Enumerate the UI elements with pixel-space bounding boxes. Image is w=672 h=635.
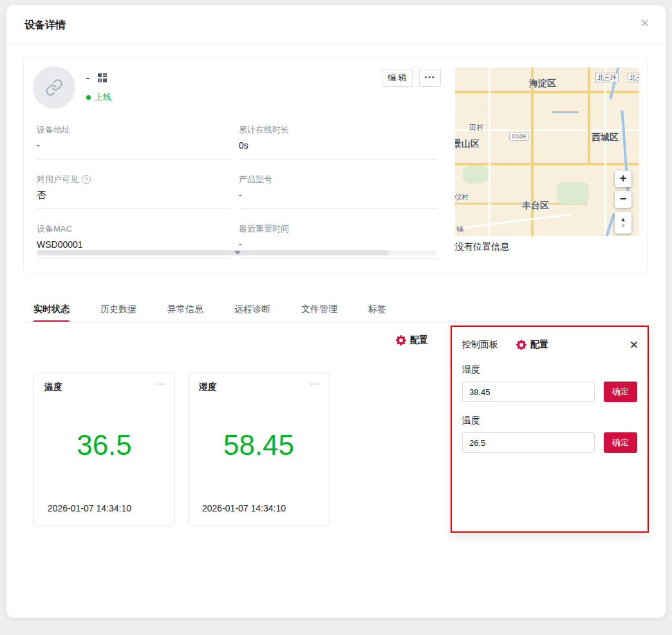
field-value: -	[37, 140, 230, 160]
collapse-arrow-icon[interactable]	[234, 251, 241, 255]
control-item-row: 确定	[462, 432, 637, 453]
tab-file-management[interactable]: 文件管理	[301, 296, 337, 322]
field-label: 累计在线时长	[239, 124, 437, 136]
field-value: 否	[37, 190, 230, 209]
status-label: 上线	[95, 91, 111, 103]
map-label-haidian: 海淀区	[529, 78, 556, 89]
more-actions-button[interactable]: ···	[419, 69, 441, 87]
field-online-duration: 累计在线时长 0s	[239, 124, 437, 160]
help-icon[interactable]: ?	[82, 175, 91, 184]
zoom-out-button[interactable]: −	[615, 191, 631, 208]
configure-button[interactable]: 配置	[396, 335, 428, 346]
no-location-text: 没有位置信息	[455, 241, 509, 253]
edit-button[interactable]: 编 辑	[382, 69, 413, 87]
field-value: WSD00001	[37, 239, 230, 259]
field-user-visible: 对用户可见 ? 否	[37, 174, 230, 209]
map-park	[463, 165, 489, 183]
gear-icon	[396, 335, 406, 345]
card-more-icon[interactable]: ···	[156, 379, 167, 389]
modal-title: 设备详情	[24, 19, 66, 32]
tab-bar: 实时状态 历史数据 异常信息 远程诊断 文件管理 标签	[33, 296, 386, 322]
stat-timestamp: 2026-01-07 14:34:10	[202, 503, 286, 513]
map-road	[489, 68, 490, 236]
map-shield-beisanhuan: 北三环	[595, 73, 619, 82]
device-name: -	[86, 73, 89, 83]
avatar	[33, 66, 75, 109]
control-item-label-temperature: 温度	[462, 415, 637, 427]
control-item-row: 确定	[462, 382, 637, 402]
map-label-jingshan: 景山区	[455, 138, 480, 150]
control-panel-close-icon[interactable]: ✕	[630, 338, 639, 352]
device-fields: 设备地址 - 累计在线时长 0s 对用户可见 ? 否 产品型号 - 设备MAC …	[37, 124, 437, 259]
online-status: 上线	[86, 91, 111, 103]
field-label: 最近重置时间	[239, 223, 437, 235]
field-value: 0s	[239, 140, 437, 160]
control-panel-body: 湿度 确定 温度 确定	[462, 364, 637, 466]
control-panel-configure-button[interactable]: 配置	[516, 339, 548, 351]
control-panel-configure-label: 配置	[530, 339, 548, 351]
stat-title: 湿度	[199, 382, 217, 393]
stat-title: 温度	[44, 382, 62, 393]
control-panel-header: 控制面板 配置 ✕	[462, 335, 639, 355]
tab-bar-divider	[23, 322, 649, 322]
modal-header: 设备详情 ×	[6, 5, 666, 45]
map-label-zhangyicun: 张仪村	[455, 192, 469, 202]
field-device-address: 设备地址 -	[37, 124, 230, 160]
map-label-fengtai: 丰台区	[522, 200, 549, 212]
map-shield-beisanhuan-2: 北三环	[628, 73, 639, 82]
close-icon[interactable]: ×	[640, 16, 649, 30]
device-detail-modal: 设备详情 × - 上线 编 辑 ··· 设备地址 -	[6, 5, 666, 618]
device-qr-icon	[98, 73, 107, 82]
field-label-text: 对用户可见	[37, 174, 79, 185]
location-map[interactable]: 海淀区 西城区 丰台区 景山区 田村 张仪村 镇 G109 北三环 北三环 + …	[455, 68, 639, 236]
gear-icon	[516, 340, 527, 350]
map-label-zhen: 镇	[456, 225, 463, 234]
status-dot-icon	[86, 95, 91, 100]
humidity-confirm-button[interactable]: 确定	[604, 382, 637, 402]
field-label: 产品型号	[239, 174, 437, 185]
scrollbar-thumb[interactable]	[37, 250, 389, 255]
map-compass-control[interactable]: ▲ ▼	[615, 212, 631, 234]
tab-realtime-status[interactable]: 实时状态	[33, 296, 70, 322]
control-panel-title: 控制面板	[462, 339, 498, 351]
map-road	[455, 214, 570, 230]
configure-label: 配置	[410, 335, 428, 346]
zoom-in-button[interactable]: +	[615, 170, 631, 187]
map-label-xicheng: 西城区	[592, 132, 619, 143]
link-icon	[45, 78, 63, 97]
tab-remote-diagnosis[interactable]: 远程诊断	[234, 296, 270, 322]
compass-down-icon[interactable]: ▼	[621, 223, 626, 229]
field-label: 设备MAC	[37, 223, 230, 235]
stat-value: 58.45	[189, 429, 329, 461]
stat-card-temperature: 温度 ··· 36.5 2026-01-07 14:34:10	[33, 372, 175, 526]
tab-abnormal-info[interactable]: 异常信息	[167, 296, 203, 322]
temperature-confirm-button[interactable]: 确定	[604, 432, 637, 453]
tab-tags[interactable]: 标签	[368, 296, 386, 322]
map-label-tiancun: 田村	[469, 123, 483, 133]
control-item-label-humidity: 湿度	[462, 364, 637, 376]
map-water	[552, 111, 579, 113]
humidity-input[interactable]	[462, 382, 595, 402]
map-road-badge-g109: G109	[509, 132, 528, 141]
card-more-icon[interactable]: ···	[310, 379, 321, 389]
field-label: 设备地址	[37, 124, 230, 136]
stat-value: 36.5	[34, 429, 174, 461]
device-info-card: - 上线 编 辑 ··· 设备地址 - 累计在线时长 0s	[23, 57, 648, 274]
map-road	[588, 68, 590, 164]
stat-card-humidity: 湿度 ··· 58.45 2026-01-07 14:34:10	[188, 372, 330, 526]
map-park	[557, 182, 589, 204]
control-panel: 控制面板 配置 ✕ 湿度 确定 温度 确定	[451, 326, 649, 533]
field-value: -	[239, 190, 437, 209]
temperature-input[interactable]	[462, 432, 595, 453]
field-label: 对用户可见 ?	[37, 174, 230, 185]
field-value: -	[239, 239, 437, 259]
stat-timestamp: 2026-01-07 14:34:10	[48, 503, 131, 513]
tab-history-data[interactable]: 历史数据	[100, 296, 136, 322]
field-product-model: 产品型号 -	[239, 174, 437, 209]
compass-up-icon[interactable]: ▲	[621, 216, 626, 223]
map-road	[604, 68, 606, 236]
